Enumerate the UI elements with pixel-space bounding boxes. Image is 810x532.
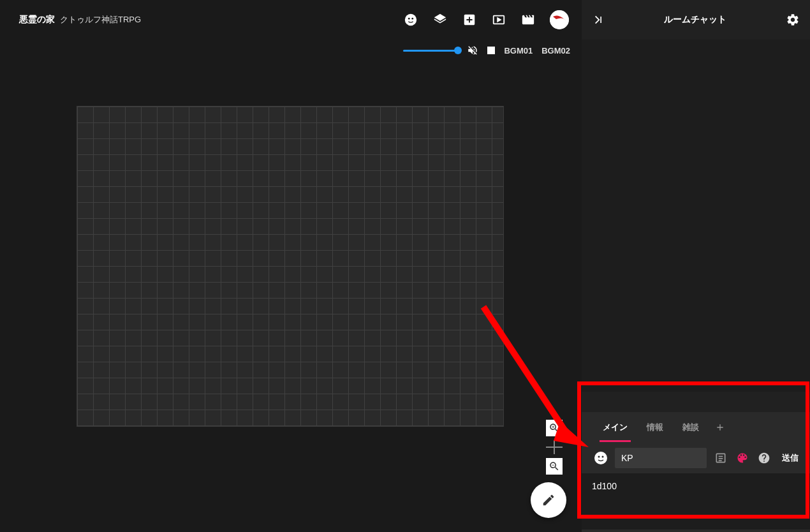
collapse-icon[interactable]: [592, 13, 605, 26]
settings-icon[interactable]: [786, 13, 800, 27]
chat-header: ルームチャット: [582, 0, 810, 40]
svg-point-0: [405, 14, 416, 26]
character-face-icon[interactable]: [593, 450, 608, 466]
system-name: クトゥルフ神話TRPG: [60, 14, 141, 26]
chat-log[interactable]: [582, 40, 810, 392]
map-zoom-tools: [546, 420, 563, 475]
face-icon[interactable]: [403, 12, 418, 27]
top-bar: 悪霊の家 クトゥルフ神話TRPG: [0, 0, 582, 40]
tab-ooc[interactable]: 雑談: [674, 413, 707, 442]
character-tools: 送信: [714, 452, 799, 464]
main-canvas-area: 悪霊の家 クトゥルフ神話TRPG: [0, 0, 582, 532]
svg-point-6: [598, 456, 600, 458]
help-icon[interactable]: [758, 452, 770, 464]
chat-panel: ルームチャット メイン 情報 雑談: [582, 0, 810, 532]
zoom-separator: [546, 441, 563, 453]
movie-icon[interactable]: [520, 12, 536, 27]
volume-slider[interactable]: [403, 50, 458, 52]
svg-point-4: [550, 10, 569, 29]
bgm2-button[interactable]: BGM02: [541, 46, 570, 55]
chat-title: ルームチャット: [605, 14, 786, 26]
mute-icon[interactable]: [467, 45, 478, 56]
stop-button[interactable]: [487, 47, 495, 54]
audio-controls: BGM01 BGM02: [403, 45, 570, 56]
svg-point-2: [411, 18, 413, 20]
svg-point-5: [594, 452, 607, 464]
add-box-icon[interactable]: [462, 12, 477, 27]
tab-info[interactable]: 情報: [638, 413, 672, 442]
chat-input-section: メイン 情報 雑談: [582, 412, 810, 532]
room-title-area: 悪霊の家 クトゥルフ神話TRPG: [19, 14, 141, 26]
user-avatar[interactable]: [550, 10, 569, 29]
svg-point-1: [408, 18, 410, 20]
zoom-in-button[interactable]: [546, 420, 563, 436]
add-tab-icon[interactable]: [710, 422, 730, 432]
edit-fab[interactable]: [531, 482, 566, 518]
zoom-out-button[interactable]: [546, 458, 563, 475]
play-box-icon[interactable]: [491, 12, 506, 27]
palette-icon[interactable]: [736, 452, 749, 464]
list-icon[interactable]: [714, 452, 727, 464]
layers-icon[interactable]: [432, 12, 448, 27]
room-name: 悪霊の家: [19, 14, 55, 26]
grid-map[interactable]: [77, 106, 504, 427]
character-name-input[interactable]: [615, 448, 707, 468]
toolbar: [403, 10, 569, 29]
bgm1-button[interactable]: BGM01: [504, 46, 533, 55]
slider-thumb[interactable]: [454, 47, 462, 54]
tab-main[interactable]: メイン: [594, 413, 636, 442]
svg-point-7: [602, 456, 604, 458]
message-input[interactable]: [582, 473, 810, 529]
chat-tabs: メイン 情報 雑談: [582, 412, 810, 443]
send-button[interactable]: 送信: [782, 452, 799, 464]
character-row: 送信: [582, 443, 810, 473]
